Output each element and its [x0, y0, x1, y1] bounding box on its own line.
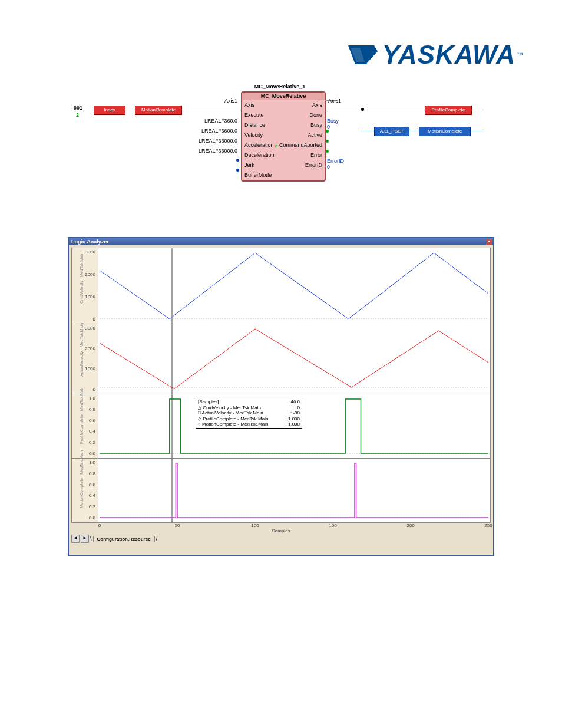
wire-axis1-out: Axis1 — [328, 98, 341, 104]
chart-pane-1[interactable]: ActualVelocity - MedTsk.Main300020001000… — [71, 324, 491, 394]
analyzer-titlebar[interactable]: Logic Analyzer × — [69, 238, 493, 245]
fb-out-errorid: ErrorID — [279, 162, 322, 169]
fb-instance-name: MC_MoveRelative_1 — [254, 84, 306, 90]
chart-pane-2[interactable]: ProfileComplete - MedTsk.Main1.00.80.60.… — [71, 394, 491, 458]
fb-mid-a: a — [275, 143, 277, 149]
y-tick: 2000 — [78, 272, 95, 277]
fb-out-busy: Busy — [279, 121, 322, 129]
contact-motioncomplete[interactable]: MotionComplete / — [135, 106, 182, 115]
y-tick: 1.0 — [78, 396, 95, 401]
coil-profilecomplete[interactable]: ProfileComplete — [425, 106, 472, 115]
fb-in-buffermode: BufferMode — [244, 172, 275, 179]
wire-errorid: ErrorID — [327, 158, 344, 164]
ladder-diagram: 001 2 Index MotionComplete / Axis1 LREAL… — [68, 84, 492, 202]
fb-in-velocity: Velocity — [244, 131, 275, 139]
x-tick: 50 — [175, 523, 180, 528]
rung-sub: 2 — [76, 112, 79, 118]
fb-out-done: Done — [279, 111, 322, 119]
logo-tm: ™ — [517, 51, 523, 58]
y-tick: 0.0 — [78, 515, 95, 521]
y-tick: 0.2 — [78, 440, 95, 445]
x-axis-label: Samples — [272, 528, 290, 533]
tab-next-button[interactable]: ► — [81, 535, 89, 543]
fb-in-jerk: Jerk — [244, 162, 275, 169]
y-tick: 2000 — [78, 346, 95, 351]
y-tick: 0.2 — [78, 504, 95, 509]
chart-pane-3[interactable]: MotionComplete - MedTsk.Main1.00.80.60.4… — [71, 458, 491, 523]
close-icon[interactable]: × — [486, 239, 492, 245]
wire-errorid-val: 0 — [327, 164, 330, 170]
fb-in-distance: Distance — [244, 121, 275, 129]
y-tick: 3000 — [78, 249, 95, 255]
y-tick: 0.6 — [78, 482, 95, 487]
x-tick: 200 — [406, 523, 414, 528]
tab-config-resource[interactable]: Configuration.Resource — [93, 536, 155, 542]
y-axis-label: ProfileComplete - MedTsk.Main — [80, 409, 84, 444]
x-tick: 100 — [251, 523, 259, 528]
wire-velocity-val: LREAL#3600.0 — [186, 128, 237, 134]
sample-info-box[interactable]: [Samples]: 46.6△ CmdVelocity - MedTsk.Ma… — [196, 398, 302, 429]
fb-out-active: Active — [279, 131, 322, 139]
wire-busy: Busy — [327, 118, 339, 124]
chart-pane-0[interactable]: CmdVelocity - MedTsk.Main3000200010000 — [71, 248, 491, 324]
logo: YASKAWA ™ — [345, 40, 523, 70]
x-tick: 250 — [484, 523, 492, 528]
y-tick: 1000 — [78, 294, 95, 299]
chart-area[interactable]: CmdVelocity - MedTsk.Main3000200010000Ac… — [69, 245, 493, 533]
x-tick: 0 — [98, 523, 101, 528]
fb-in-decel: Deceleration — [244, 151, 275, 159]
wire-distance-val: LREAL#360.0 — [186, 118, 237, 124]
fb-in-accel: Acceleration — [244, 141, 275, 149]
wire-busy-val: 0 — [327, 124, 330, 130]
logo-mark-icon — [345, 42, 379, 68]
y-tick: 1.0 — [78, 460, 95, 465]
y-tick: 0.4 — [78, 493, 95, 498]
y-tick: 0.4 — [78, 429, 95, 434]
fb-out-error: Error — [279, 151, 322, 159]
wire-axis1-in: Axis1 — [204, 98, 237, 104]
fb-in-execute: Execute — [244, 111, 275, 119]
y-tick: 0 — [78, 317, 95, 322]
rung-number: 001 — [74, 105, 82, 111]
logo-text: YASKAWA — [382, 40, 515, 70]
wire-decel-val: LREAL#36000.0 — [182, 148, 237, 154]
bottom-tab-bar: ◄ ► \ Configuration.Resource / — [69, 533, 493, 544]
coil-motioncomplete[interactable]: MotionComplete — [419, 127, 471, 136]
x-tick: 150 — [329, 523, 336, 528]
function-block[interactable]: MC_MoveRelative Axis Execute Distance Ve… — [241, 91, 326, 182]
contact-index[interactable]: Index — [94, 106, 125, 115]
y-tick: 3000 — [78, 325, 95, 331]
fb-out-cmdabort: CommandAborted — [279, 141, 322, 149]
block-ax1-pset[interactable]: AX1_PSET — [374, 127, 409, 136]
y-tick: 1000 — [78, 366, 95, 371]
logic-analyzer-window: Logic Analyzer × CmdVelocity - MedTsk.Ma… — [68, 237, 494, 556]
y-tick: 0.6 — [78, 418, 95, 423]
fb-type: MC_MoveRelative — [242, 93, 325, 100]
fb-out-axis: Axis — [279, 101, 322, 109]
y-axis-label: MotionComplete - MedTsk.Main — [80, 473, 84, 508]
tab-prev-button[interactable]: ◄ — [71, 535, 80, 543]
wire-accel-val: LREAL#36000.0 — [182, 138, 237, 144]
y-tick: 0.8 — [78, 471, 95, 476]
fb-in-axis: Axis — [244, 101, 275, 109]
y-tick: 0.8 — [78, 407, 95, 412]
